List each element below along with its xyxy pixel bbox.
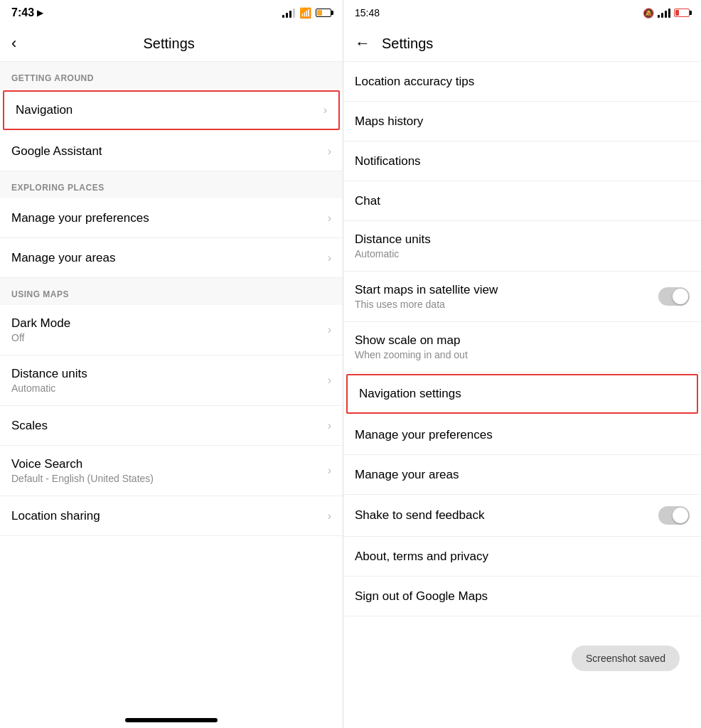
right-item-notifications-label: Notifications [355, 154, 421, 168]
settings-list-left: GETTING AROUND Navigation › Google Assis… [0, 62, 343, 712]
nav-item-navigation-label: Navigation [16, 103, 73, 117]
right-item-navigation-settings[interactable]: Navigation settings [346, 374, 698, 414]
nav-item-distance-units-sublabel: Automatic [11, 382, 87, 394]
right-item-maps-history-label: Maps history [355, 114, 423, 129]
nav-item-google-assistant[interactable]: Google Assistant › [0, 132, 343, 171]
location-arrow-icon: ▶ [37, 8, 43, 18]
right-item-start-maps-satellite-label: Start maps in satellite view [355, 283, 658, 297]
right-item-show-scale-label: Show scale on map [355, 333, 468, 348]
right-item-start-maps-satellite-sublabel: This uses more data [355, 299, 658, 310]
chevron-icon: › [328, 252, 331, 264]
settings-list-right: Location accuracy tips Maps history Noti… [343, 62, 701, 728]
right-item-navigation-settings-label: Navigation settings [359, 387, 461, 401]
chevron-icon: › [328, 510, 331, 523]
section-header-using-maps: USING MAPS [0, 278, 343, 305]
right-item-chat[interactable]: Chat [343, 181, 701, 221]
status-bar-left: 7:43 ▶ 📶 [0, 0, 343, 26]
chevron-icon: › [323, 104, 327, 117]
right-item-distance-units-label: Distance units [355, 232, 431, 247]
right-item-location-accuracy-tips[interactable]: Location accuracy tips [343, 62, 701, 102]
right-panel: 15:48 🔕 ← Settings Location accuracy tip… [343, 0, 701, 728]
signal-bars-icon [282, 8, 295, 18]
nav-item-scales[interactable]: Scales › [0, 406, 343, 446]
right-item-manage-preferences-label: Manage your preferences [355, 428, 493, 442]
left-panel: 7:43 ▶ 📶 ‹ Settings GETTING AROUND N [0, 0, 343, 728]
nav-item-scales-label: Scales [11, 419, 48, 433]
signal-bars-right-icon [658, 8, 670, 18]
home-indicator-left [125, 718, 218, 722]
page-title-left: Settings [28, 36, 310, 52]
shake-feedback-toggle[interactable] [658, 506, 690, 525]
right-item-distance-units[interactable]: Distance units Automatic [343, 221, 701, 272]
section-header-getting-around: GETTING AROUND [0, 62, 343, 89]
right-item-maps-history[interactable]: Maps history [343, 102, 701, 141]
nav-item-voice-search-label: Voice Search [11, 457, 154, 471]
nav-item-voice-search-sublabel: Default - English (United States) [11, 473, 154, 484]
right-item-show-scale[interactable]: Show scale on map When zooming in and ou… [343, 322, 701, 373]
back-button-right[interactable]: ← [355, 34, 370, 53]
status-icons-left: 📶 [282, 7, 331, 18]
status-time-left: 7:43 [11, 6, 34, 19]
status-icons-right: 🔕 [643, 8, 690, 18]
nav-item-manage-preferences[interactable]: Manage your preferences › [0, 198, 343, 238]
right-item-shake-feedback[interactable]: Shake to send feedback [343, 495, 701, 537]
nav-item-manage-preferences-label: Manage your preferences [11, 211, 149, 225]
chevron-icon: › [328, 212, 331, 225]
right-item-sign-out[interactable]: Sign out of Google Maps [343, 577, 701, 616]
nav-item-dark-mode-label: Dark Mode [11, 316, 70, 331]
right-item-sign-out-label: Sign out of Google Maps [355, 589, 488, 604]
nav-item-voice-search[interactable]: Voice Search Default - English (United S… [0, 446, 343, 496]
chevron-icon: › [328, 464, 331, 477]
right-item-manage-areas-label: Manage your areas [355, 468, 459, 482]
right-item-chat-label: Chat [355, 194, 380, 208]
nav-item-manage-areas-label: Manage your areas [11, 251, 115, 265]
chevron-icon: › [328, 145, 331, 158]
header-left: ‹ Settings [0, 26, 343, 62]
nav-item-dark-mode-sublabel: Off [11, 332, 70, 343]
right-item-shake-feedback-label: Shake to send feedback [355, 508, 658, 523]
nav-item-google-assistant-label: Google Assistant [11, 144, 102, 159]
right-item-about-terms[interactable]: About, terms and privacy [343, 537, 701, 577]
page-title-right: Settings [382, 36, 433, 52]
right-item-manage-preferences[interactable]: Manage your preferences [343, 415, 701, 455]
satellite-toggle[interactable] [658, 287, 690, 306]
nav-item-location-sharing[interactable]: Location sharing › [0, 496, 343, 536]
screenshot-saved-toast: Screenshot saved [572, 646, 680, 671]
right-item-distance-units-sublabel: Automatic [355, 248, 431, 259]
chevron-icon: › [328, 374, 331, 387]
right-item-about-terms-label: About, terms and privacy [355, 550, 488, 564]
status-bar-right: 15:48 🔕 [343, 0, 701, 26]
mute-icon: 🔕 [643, 8, 654, 18]
nav-item-manage-areas[interactable]: Manage your areas › [0, 238, 343, 278]
nav-item-distance-units-label: Distance units [11, 367, 87, 381]
header-right: ← Settings [343, 26, 701, 62]
battery-icon [316, 9, 331, 17]
battery-icon-right [674, 9, 690, 17]
status-time-right: 15:48 [355, 7, 380, 18]
right-item-notifications[interactable]: Notifications [343, 141, 701, 181]
right-item-show-scale-sublabel: When zooming in and out [355, 349, 468, 360]
right-item-location-accuracy-tips-label: Location accuracy tips [355, 75, 474, 89]
nav-item-dark-mode[interactable]: Dark Mode Off › [0, 305, 343, 355]
section-header-exploring-places: EXPLORING PLACES [0, 171, 343, 198]
nav-item-distance-units[interactable]: Distance units Automatic › [0, 355, 343, 406]
nav-item-location-sharing-label: Location sharing [11, 509, 100, 523]
right-item-manage-areas[interactable]: Manage your areas [343, 455, 701, 495]
right-item-start-maps-satellite[interactable]: Start maps in satellite view This uses m… [343, 272, 701, 322]
wifi-icon: 📶 [299, 7, 311, 18]
nav-item-navigation[interactable]: Navigation › [3, 90, 340, 130]
chevron-icon: › [328, 419, 331, 432]
chevron-icon: › [328, 323, 331, 336]
back-button-left[interactable]: ‹ [11, 34, 16, 53]
